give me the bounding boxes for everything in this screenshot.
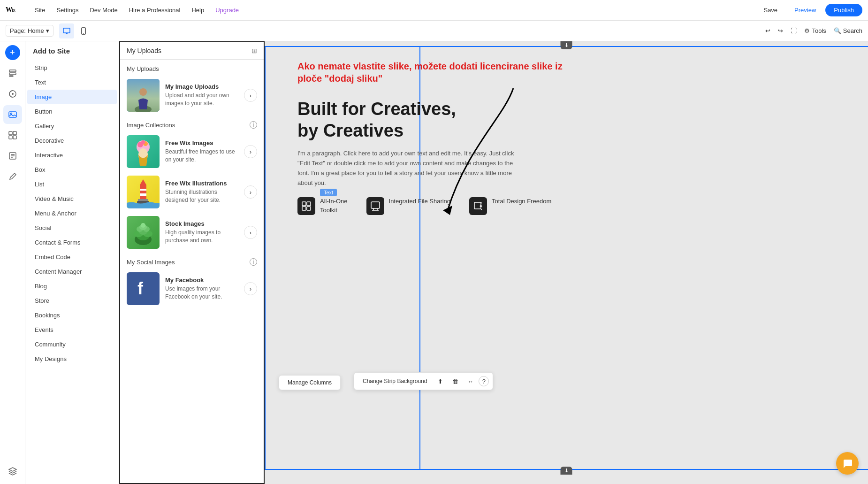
add-panel-item-store[interactable]: Store [27,293,117,308]
canvas-heading-line2: by Creatives [297,120,840,142]
add-panel-item-interactive[interactable]: Interactive [27,148,117,162]
sidebar-design-icon[interactable] [3,85,22,103]
my-facebook-item[interactable]: f My Facebook Use images from your Faceb… [120,269,264,309]
add-panel-item-bookings[interactable]: Bookings [27,308,117,323]
svg-rect-3 [66,33,68,34]
question-icon[interactable]: ? [479,376,489,386]
add-panel-item-list[interactable]: List [27,177,117,192]
free-wix-images-arrow[interactable]: › [244,145,257,158]
svg-rect-16 [13,136,16,139]
undo-button[interactable]: ↩ [765,27,770,34]
feature-2-name: Integrated File Sharing [389,197,451,206]
svg-rect-52 [302,207,306,210]
tools-button[interactable]: ⚙ Tools [804,27,826,34]
add-panel-item-strip[interactable]: Strip [27,61,117,75]
add-panel-item-mydesigns[interactable]: My Designs [27,352,117,366]
sidebar-layers-icon[interactable] [3,461,22,480]
stock-images-desc: High quality images to purchase and own. [165,229,238,245]
free-wix-illustrations-info: Free Wix Illustrations Stunning illustra… [165,180,238,204]
manage-columns-button[interactable]: Manage Columns [283,377,336,388]
svg-rect-13 [9,131,12,135]
add-panel-item-blog[interactable]: Blog [27,279,117,293]
page-selector[interactable]: Page: Home ▾ [6,25,53,37]
nav-site[interactable]: Site [30,4,50,16]
add-panel-item-community[interactable]: Community [27,337,117,352]
add-panel-item-image[interactable]: Image [27,90,117,104]
canvas-top-handle[interactable]: ⬇ [561,41,572,49]
sidebar-media-icon[interactable] [3,105,22,124]
nav-help[interactable]: Help [187,4,209,16]
redo-button[interactable]: ↪ [778,27,783,34]
feature-2-icon [366,197,384,215]
chat-button[interactable] [836,452,859,475]
add-panel-item-social[interactable]: Social [27,221,117,235]
add-panel-item-content[interactable]: Content Manager [27,264,117,279]
search-nav-icon: 🔍 [834,27,841,34]
stock-images-arrow[interactable]: › [244,226,257,239]
chevron-down-icon: ▾ [46,27,49,34]
stock-images-item[interactable]: Stock Images High quality images to purc… [120,212,264,253]
uploads-panel-actions: ⊞ [251,47,257,54]
add-panel-item-text[interactable]: Text [27,75,117,90]
nav-hire[interactable]: Hire a Professional [124,4,185,16]
add-panel-item-events[interactable]: Events [27,323,117,337]
tools-icon: ⚙ [804,27,810,34]
my-image-uploads-arrow[interactable]: › [244,89,257,102]
svg-rect-8 [9,76,13,77]
sidebar-blog-icon[interactable] [3,146,22,165]
delete-icon[interactable]: 🗑 [449,375,462,388]
svg-rect-34 [140,196,146,199]
publish-button[interactable]: Publish [825,4,862,16]
main-layout: + [0,41,868,484]
feature-1-name: All-In-OneToolkit [320,197,348,214]
free-wix-images-item[interactable]: Free Wix Images Beautiful free images to… [120,131,264,172]
free-wix-illustrations-name: Free Wix Illustrations [165,180,238,187]
nav-upgrade[interactable]: Upgrade [211,4,244,16]
svg-rect-55 [474,202,481,209]
stock-images-name: Stock Images [165,220,238,227]
my-image-uploads-item[interactable]: My Image Uploads Upload and add your own… [120,75,264,115]
fullscreen-icon: ⛶ [791,27,797,34]
free-wix-images-info: Free Wix Images Beautiful free images to… [165,139,238,164]
add-element-button[interactable]: + [5,45,20,60]
grid-view-icon[interactable]: ⊞ [251,47,257,54]
add-panel-item-embed[interactable]: Embed Code [27,250,117,264]
fullscreen-button[interactable]: ⛶ [791,27,797,34]
feature-1-icon [297,197,315,215]
move-up-icon[interactable]: ⬆ [434,375,447,388]
add-panel-item-decorative[interactable]: Decorative [27,133,117,148]
link-icon[interactable]: ↔ [464,375,477,388]
my-facebook-arrow[interactable]: › [244,282,257,295]
nav-devmode[interactable]: Dev Mode [85,4,122,16]
svg-point-28 [141,140,145,144]
add-panel-item-contact[interactable]: Contact & Forms [27,235,117,250]
svg-rect-53 [307,207,311,210]
my-facebook-name: My Facebook [165,277,238,284]
free-wix-illustrations-arrow[interactable]: › [244,185,257,199]
nav-settings[interactable]: Settings [52,4,83,16]
add-panel-item-gallery[interactable]: Gallery [27,119,117,133]
preview-button[interactable]: Preview [787,4,823,16]
add-panel-item-button[interactable]: Button [27,104,117,119]
change-strip-background-button[interactable]: Change Strip Background [358,376,432,386]
add-panel-item-video[interactable]: Video & Music [27,192,117,206]
sidebar-apps-icon[interactable] [3,126,22,145]
save-button[interactable]: Save [756,4,785,16]
search-nav-button[interactable]: 🔍 Search [834,27,862,34]
wix-logo: W ix [6,5,23,15]
canvas-bottom-handle[interactable]: ⬇ [561,467,572,475]
add-panel-item-menu[interactable]: Menu & Anchor [27,206,117,221]
free-wix-images-thumb [127,135,160,168]
search-nav-label: Search [843,27,862,34]
add-panel-item-box[interactable]: Box [27,162,117,177]
mobile-view-button[interactable] [76,23,91,38]
sidebar-pages-icon[interactable] [3,64,22,83]
svg-rect-7 [9,73,16,75]
top-navigation: W ix Site Settings Dev Mode Hire a Profe… [0,0,868,21]
sidebar-pen-icon[interactable] [3,167,22,186]
feature-3-name: Total Design Freedom [492,197,551,206]
free-wix-illustrations-item[interactable]: Free Wix Illustrations Stunning illustra… [120,172,264,212]
feature-item-2: Integrated File Sharing [366,197,451,215]
desktop-view-button[interactable] [59,23,74,38]
stock-images-info: Stock Images High quality images to purc… [165,220,238,245]
